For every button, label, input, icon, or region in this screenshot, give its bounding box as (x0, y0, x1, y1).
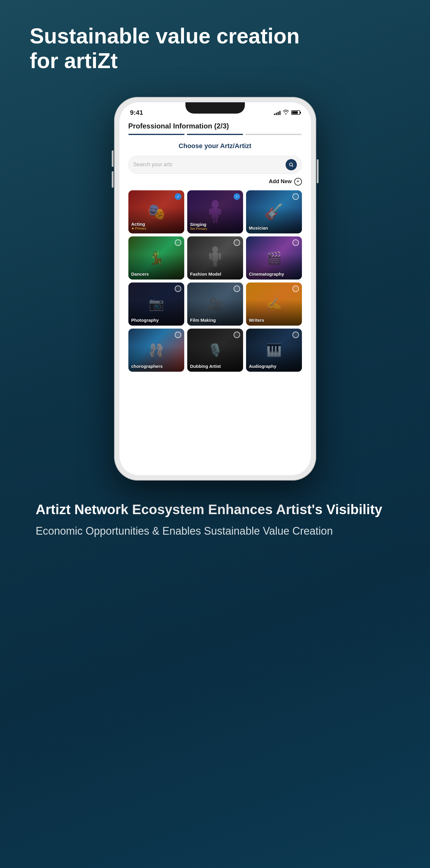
progress-step-3 (245, 134, 302, 135)
dancers-radio[interactable] (175, 239, 181, 246)
art-card-cinematography[interactable]: 🎬 Cinematography (246, 237, 302, 280)
art-card-film-making[interactable]: 🎥 Film Making (187, 282, 243, 326)
chorographers-radio[interactable] (175, 332, 181, 338)
art-card-musician[interactable]: 🎸 Musician (246, 190, 302, 234)
art-card-writers[interactable]: ✍️ Writers (246, 282, 302, 326)
fashion-label: Fashion Model (190, 272, 221, 277)
status-icons (274, 110, 300, 116)
art-card-audiography[interactable]: 🎹 Audiography (246, 329, 302, 372)
singing-label: Singing Set Primary (190, 222, 207, 230)
bottom-subtext: Economic Opportunities & Enables Sustain… (36, 524, 394, 538)
singing-radio[interactable]: ✓ (234, 193, 240, 200)
singing-sublabel: Set Primary (190, 227, 207, 230)
choose-artz-title: Choose your Artz/Artizt (128, 142, 302, 150)
screen-header: Professional Information (2/3) (128, 122, 302, 130)
progress-step-2 (187, 134, 243, 135)
app-content: Professional Information (2/3) Choose yo… (120, 119, 311, 378)
art-card-acting[interactable]: 🎭 ✓ Acting ★ Primary (128, 190, 184, 234)
search-button[interactable] (286, 159, 297, 170)
power-button (317, 159, 319, 183)
search-input[interactable]: Search your artz (133, 161, 286, 168)
signal-icon (274, 110, 280, 115)
acting-radio[interactable]: ✓ (175, 193, 181, 200)
page-title: Sustainable value creation for artiZt (30, 24, 400, 73)
phone-notch (186, 102, 245, 114)
art-card-dancers[interactable]: 💃 Dancers (128, 237, 184, 280)
writers-radio[interactable] (292, 285, 299, 292)
phone-frame: 9:41 (114, 97, 316, 480)
cinematography-label: Cinematography (249, 272, 284, 277)
dancers-label: Dancers (131, 272, 149, 277)
bottom-section: Artizt Network Ecosystem Enhances Artist… (30, 501, 400, 539)
fashion-radio[interactable] (234, 239, 240, 246)
add-new-row[interactable]: Add New + (128, 178, 302, 186)
dubbing-radio[interactable] (234, 332, 240, 338)
filmmaking-label: Film Making (190, 318, 216, 323)
status-time: 9:41 (130, 109, 143, 117)
musician-radio[interactable] (292, 193, 299, 200)
audiography-label: Audiography (249, 364, 277, 369)
search-bar[interactable]: Search your artz (128, 156, 302, 174)
audiography-radio[interactable] (292, 332, 299, 338)
wifi-icon (283, 110, 289, 116)
progress-indicator (128, 134, 302, 135)
art-card-dubbing-artist[interactable]: 🎙️ Dubbing Artist (187, 329, 243, 372)
vol-down-button (112, 171, 113, 188)
acting-label: Acting ★ Primary (131, 221, 146, 230)
add-new-icon[interactable]: + (294, 178, 302, 186)
vol-up-button (112, 151, 113, 167)
acting-sublabel: ★ Primary (131, 226, 146, 230)
filmmaking-radio[interactable] (234, 285, 240, 292)
progress-step-1 (128, 134, 185, 135)
musician-label: Musician (249, 225, 268, 230)
art-card-photography[interactable]: 📷 Photography (128, 282, 184, 326)
add-new-label: Add New (269, 178, 292, 185)
writers-label: Writers (249, 318, 264, 323)
art-card-singing[interactable]: ✓ Singing Set Primary (187, 190, 243, 234)
photography-radio[interactable] (175, 285, 181, 292)
dubbing-label: Dubbing Artist (190, 364, 221, 369)
phone-screen: 9:41 (120, 102, 311, 475)
chorographers-label: chorographers (131, 364, 163, 369)
bottom-headline: Artizt Network Ecosystem Enhances Artist… (36, 501, 394, 518)
cinematography-radio[interactable] (292, 239, 299, 246)
art-card-chorographers[interactable]: 🩰 chorographers (128, 329, 184, 372)
photography-label: Photography (131, 318, 159, 323)
art-grid: 🎭 ✓ Acting ★ Primary (128, 190, 302, 372)
battery-icon (291, 110, 300, 115)
phone-mockup: 9:41 (114, 97, 316, 484)
art-card-fashion-model[interactable]: Fashion Model (187, 237, 243, 280)
